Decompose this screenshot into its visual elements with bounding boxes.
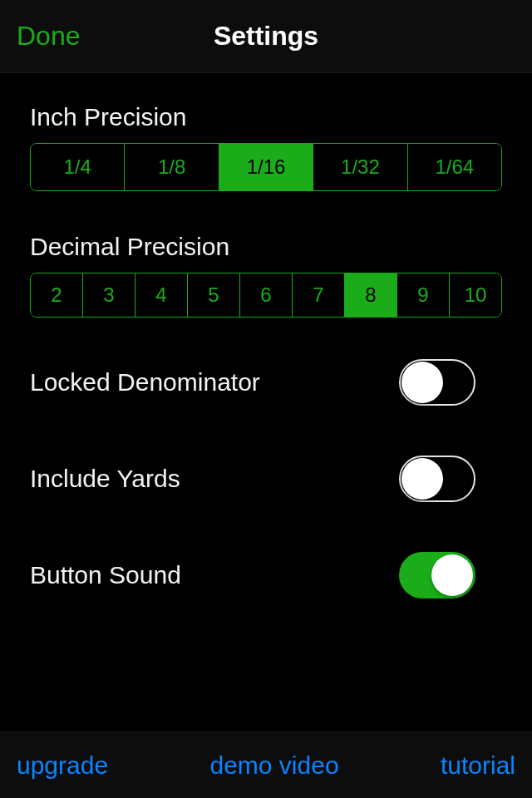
switch-knob [401,362,443,403]
switch-knob [401,458,443,500]
inch-precision-option[interactable]: 1/32 [313,144,407,190]
decimal-precision-label: Decimal Precision [30,233,502,261]
locked-denominator-switch[interactable] [399,359,475,406]
include-yards-label: Include Yards [30,465,180,493]
decimal-precision-option[interactable]: 10 [450,273,501,317]
inch-precision-label: Inch Precision [30,103,502,131]
navbar: Done Settings [0,0,532,73]
decimal-precision-option[interactable]: 8 [345,273,397,317]
decimal-precision-option[interactable]: 5 [188,273,240,317]
include-yards-row: Include Yards [30,456,502,502]
locked-denominator-label: Locked Denominator [30,368,260,397]
decimal-precision-option[interactable]: 6 [240,273,293,317]
decimal-precision-option[interactable]: 9 [397,273,450,317]
switch-knob [431,554,473,596]
inch-precision-option[interactable]: 1/4 [31,144,125,190]
done-button[interactable]: Done [17,21,81,52]
tutorial-button[interactable]: tutorial [441,751,515,780]
decimal-precision-option[interactable]: 2 [31,273,83,317]
inch-precision-option[interactable]: 1/8 [125,144,219,190]
button-sound-switch[interactable] [399,552,475,598]
inch-precision-segment: 1/41/81/161/321/64 [30,143,502,191]
button-sound-row: Button Sound [30,552,502,598]
toolbar: upgrade demo video tutorial [0,732,532,798]
include-yards-switch[interactable] [399,456,475,502]
upgrade-button[interactable]: upgrade [17,751,108,780]
decimal-precision-option[interactable]: 3 [83,273,135,317]
inch-precision-option[interactable]: 1/64 [408,144,501,190]
inch-precision-option[interactable]: 1/16 [219,144,313,190]
button-sound-label: Button Sound [30,561,181,589]
decimal-precision-option[interactable]: 7 [293,273,345,317]
decimal-precision-segment: 2345678910 [30,273,502,318]
decimal-precision-option[interactable]: 4 [135,273,188,317]
demo-video-button[interactable]: demo video [209,751,338,780]
content: Inch Precision 1/41/81/161/321/64 Decima… [0,73,532,598]
locked-denominator-row: Locked Denominator [30,359,502,406]
